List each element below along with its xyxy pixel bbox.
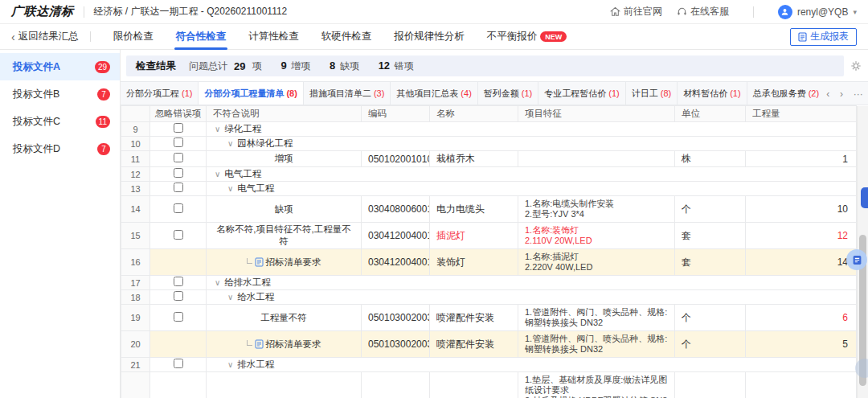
table-row-group[interactable]: 21 ∨排水工程 (121, 358, 857, 372)
nav-item-price-limit-check[interactable]: 限价检查 (102, 24, 165, 50)
total-issue-count: 29 (234, 60, 245, 72)
tree-elbow-icon (247, 340, 252, 346)
tender-list-icon (255, 339, 264, 349)
app-logo: 广联达清标 (11, 4, 74, 19)
summary-title: 检查结果 (136, 59, 176, 73)
ignore-checkbox[interactable] (174, 203, 183, 213)
collapse-caret-icon: ∨ (215, 125, 220, 133)
feedback-doc-icon (852, 255, 862, 265)
nav-item-calculation-check[interactable]: 计算性检查 (237, 24, 310, 50)
tab-specialty-estimate[interactable]: 专业工程暂估价(1) (538, 82, 625, 105)
ignore-checkbox[interactable] (174, 230, 183, 240)
back-to-summary-button[interactable]: ‹ 返回结果汇总 (11, 30, 79, 43)
tab-material-estimate[interactable]: 材料暂估价(1) (678, 82, 747, 105)
ignore-checkbox[interactable] (174, 168, 183, 178)
error-count: 12 (379, 59, 390, 72)
tab-next-icon[interactable]: › (840, 88, 843, 100)
table-row-group[interactable]: 18 ∨给水工程 (121, 290, 857, 305)
ignore-checkbox[interactable] (174, 277, 183, 286)
divider (90, 31, 91, 42)
table-row-group[interactable]: 13 ∨电气工程 (121, 182, 857, 196)
col-nonconformance: 不符合说明 (207, 106, 362, 122)
table-row-item[interactable]: 11 增项 050102001010 栽植乔木 株 1 (121, 151, 857, 167)
table-row-group[interactable]: 12 ∨电气工程 (121, 167, 857, 182)
missing-count: 8 (330, 59, 335, 72)
col-name: 名称 (430, 106, 518, 122)
tab-provisional-sum[interactable]: 暂列金额(1) (478, 82, 538, 105)
col-ignore-errors: 忽略错误项 (150, 106, 207, 122)
sidebar-item-bid-d[interactable]: 投标文件D 7 (0, 135, 120, 162)
table-row-tender-requirement[interactable]: 16 招标清单要求 030412004001 装饰灯 1.名称:插泥灯 2.22… (121, 249, 857, 276)
username: renyl@YQB (797, 6, 849, 18)
table-row-item[interactable]: 22 名称不符 040501004001 塑料管 1.垫层、基础材质及厚度:做法… (121, 372, 857, 398)
table-row-group[interactable]: 17 ∨给排水工程 (121, 276, 857, 290)
tab-subsection-boq[interactable]: 分部分项工程量清单(8) (199, 82, 303, 105)
tab-scroller: ‹ › ··· (821, 82, 868, 105)
table-row-item[interactable]: 14 缺项 030408006001 电力电缆头 1.名称:电缆头制作安装 2.… (121, 196, 857, 223)
table-row-group[interactable]: 9 ∨绿化工程 (121, 122, 857, 137)
ignore-checkbox[interactable] (174, 153, 183, 162)
goto-official-link[interactable]: 前往官网 (610, 5, 662, 18)
col-project-features: 项目特征 (518, 106, 675, 122)
collapse-caret-icon: ∨ (227, 139, 233, 148)
collapse-caret-icon: ∨ (227, 293, 233, 302)
sidebar-item-bid-a[interactable]: 投标文件A 29 (0, 53, 120, 80)
check-result-table: 忽略错误项 不符合说明 编码 名称 项目特征 单位 工程量 9 ∨绿化工程 (121, 105, 857, 398)
nav-item-software-hardware-check[interactable]: 软硬件检查 (310, 24, 383, 50)
top-header: 广联达清标 经济标 / 广联达一期工程 - Q20260211001112 前往… (0, 0, 868, 24)
headset-icon (677, 6, 687, 17)
sidebar-item-bid-c[interactable]: 投标文件C 11 (0, 108, 120, 135)
nav-item-compliance-check[interactable]: 符合性检查 (165, 24, 238, 50)
tab-measure-list-2[interactable]: 措施项目清单二(3) (304, 82, 391, 105)
settings-gear-icon[interactable] (850, 60, 862, 75)
breadcrumb: 经济标 / 广联达一期工程 - Q20260211001112 (94, 5, 288, 18)
new-badge: NEW (540, 31, 567, 42)
sheet-tabs: 分部分项工程(1) 分部分项工程量清单(8) 措施项目清单二(3) 其他项目汇总… (121, 81, 868, 105)
report-icon (798, 32, 807, 42)
tab-daywork[interactable]: 计日工(8) (626, 82, 678, 105)
nav-item-unbalanced-bid[interactable]: 不平衡报价 NEW (476, 24, 579, 50)
collapse-caret-icon: ∨ (215, 278, 220, 287)
online-service-link[interactable]: 在线客服 (677, 5, 729, 18)
table-row-group[interactable]: 10 ∨园林绿化工程 (121, 137, 857, 151)
collapse-caret-icon: ∨ (227, 360, 233, 369)
collapse-caret-icon: ∨ (227, 184, 233, 193)
back-chevron-icon: ‹ (11, 31, 15, 43)
side-drawer-handle[interactable] (861, 187, 868, 208)
issue-count-badge: 7 (97, 143, 110, 155)
bid-documents-sidebar: 投标文件A 29 投标文件B 7 投标文件C 11 投标文件D 7 (0, 50, 121, 398)
col-code: 编码 (362, 106, 430, 122)
user-menu[interactable]: renyl@YQB ▾ (778, 5, 857, 19)
nav-item-pricing-pattern-analysis[interactable]: 报价规律性分析 (383, 24, 476, 50)
ignore-checkbox[interactable] (174, 312, 183, 322)
home-icon (610, 6, 620, 17)
table-row-item[interactable]: 19 工程量不符 050103002003 喷灌配件安装 1.管道附件、阀门、喷… (121, 305, 857, 331)
chevron-down-icon: ▾ (853, 8, 857, 16)
ignore-checkbox[interactable] (174, 359, 183, 368)
issue-count-badge: 11 (96, 116, 110, 128)
issue-count-badge: 29 (95, 61, 110, 73)
check-navbar: ‹ 返回结果汇总 限价检查 符合性检查 计算性检查 软硬件检查 报价规律性分析 … (0, 24, 868, 50)
table-header-row: 忽略错误项 不符合说明 编码 名称 项目特征 单位 工程量 (121, 106, 857, 122)
issue-count-badge: 7 (97, 88, 110, 101)
avatar (778, 5, 792, 19)
ignore-checkbox[interactable] (174, 137, 183, 147)
generate-report-button[interactable]: 生成报表 (790, 28, 857, 46)
ignore-checkbox[interactable] (174, 291, 183, 301)
tab-subsection-project[interactable]: 分部分项工程(1) (121, 82, 199, 105)
table-row-tender-requirement[interactable]: 20 招标清单要求 050103002003 喷灌配件安装 1.管道附件、阀门、… (121, 331, 857, 358)
tab-prev-icon[interactable]: ‹ (826, 88, 829, 100)
col-quantity: 工程量 (746, 106, 857, 122)
ignore-checkbox[interactable] (174, 123, 183, 133)
col-unit: 单位 (675, 106, 746, 122)
divider (84, 6, 84, 18)
result-summary-bar: 检查结果 问题总计 29 项 9 增项 8 缺项 12 错项 (126, 55, 844, 76)
tree-elbow-icon (247, 258, 252, 264)
feedback-floating-button[interactable] (846, 249, 867, 270)
tab-other-project-summary[interactable]: 其他项目汇总表(4) (391, 82, 477, 105)
tab-general-contract-service[interactable]: 总承包服务费(2) (747, 82, 825, 105)
sidebar-item-bid-b[interactable]: 投标文件B 7 (0, 80, 120, 108)
table-row-item[interactable]: 15 名称不符,项目特征不符,工程量不符 030412004001 插泥灯 1.… (121, 223, 857, 249)
tab-more-icon[interactable]: ··· (854, 88, 863, 100)
ignore-checkbox[interactable] (174, 183, 183, 192)
